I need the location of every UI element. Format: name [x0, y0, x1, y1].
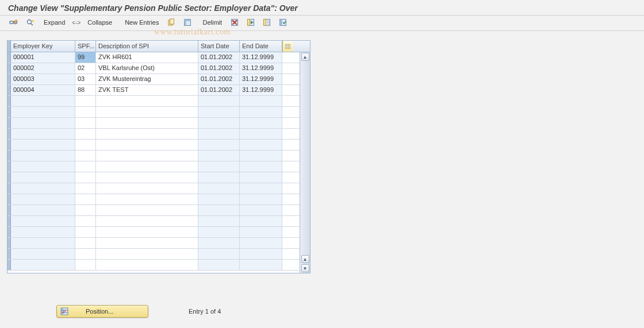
cell-description[interactable]: [96, 183, 198, 194]
cell-end-date[interactable]: [240, 205, 282, 215]
cell-spf[interactable]: [75, 129, 96, 139]
table-row[interactable]: [7, 161, 300, 172]
cell-end-date[interactable]: [240, 172, 282, 183]
cell-start-date[interactable]: [198, 129, 240, 139]
cell-description[interactable]: [96, 238, 198, 248]
cell-description[interactable]: [96, 194, 198, 204]
cell-spf[interactable]: [75, 216, 96, 226]
table-row[interactable]: [7, 129, 300, 140]
table-row[interactable]: [7, 238, 300, 249]
cell-start-date[interactable]: [198, 140, 240, 150]
cell-end-date[interactable]: [240, 161, 282, 172]
delete-button[interactable]: [228, 17, 241, 28]
cell-start-date[interactable]: [198, 216, 240, 226]
cell-employer-key[interactable]: [11, 129, 75, 139]
cell-description[interactable]: [96, 140, 198, 150]
cell-description[interactable]: [96, 96, 198, 106]
table-row[interactable]: [7, 140, 300, 151]
cell-employer-key[interactable]: [11, 194, 75, 204]
table-row[interactable]: [7, 205, 300, 216]
cell-start-date[interactable]: [198, 96, 240, 106]
cell-employer-key[interactable]: [11, 140, 75, 150]
cell-description[interactable]: [96, 227, 198, 237]
cell-spf[interactable]: [75, 183, 96, 194]
cell-spf[interactable]: [75, 227, 96, 237]
cell-spf[interactable]: [75, 260, 96, 270]
column-config-button[interactable]: [276, 17, 290, 28]
table-row[interactable]: [7, 260, 300, 271]
cell-spf[interactable]: [75, 249, 96, 259]
cell-description[interactable]: [96, 216, 198, 226]
cell-description[interactable]: [96, 205, 198, 215]
cell-start-date[interactable]: [198, 249, 240, 259]
cell-spf[interactable]: [75, 172, 96, 183]
cell-end-date[interactable]: [240, 227, 282, 237]
cell-start-date[interactable]: 01.01.2002: [198, 74, 240, 84]
cell-spf[interactable]: 88: [75, 85, 96, 95]
header-employer-key[interactable]: Employer Key: [11, 41, 75, 52]
select-all-button[interactable]: [181, 17, 194, 28]
cell-employer-key[interactable]: [11, 227, 75, 237]
scroll-down-button[interactable]: ▲: [301, 255, 309, 263]
table-settings-button[interactable]: [282, 41, 293, 52]
cell-end-date[interactable]: [240, 129, 282, 139]
cell-start-date[interactable]: [198, 238, 240, 248]
cell-description[interactable]: ZVK HR601: [96, 52, 198, 63]
cell-employer-key[interactable]: [11, 118, 75, 128]
cell-spf[interactable]: 02: [75, 63, 96, 74]
cell-description[interactable]: [96, 172, 198, 183]
cell-start-date[interactable]: 01.01.2002: [198, 85, 240, 95]
cell-start-date[interactable]: [198, 183, 240, 194]
vertical-scrollbar[interactable]: ▲ ▲ ▼: [300, 52, 310, 273]
cell-start-date[interactable]: [198, 194, 240, 204]
cell-end-date[interactable]: 31.12.9999: [240, 63, 282, 74]
cell-spf[interactable]: 03: [75, 74, 96, 84]
cell-employer-key[interactable]: [11, 216, 75, 226]
cell-spf[interactable]: [75, 205, 96, 215]
cell-end-date[interactable]: [240, 96, 282, 106]
table-row[interactable]: [7, 227, 300, 238]
header-spf[interactable]: SPF...: [75, 41, 96, 52]
cell-start-date[interactable]: [198, 260, 240, 270]
cell-employer-key[interactable]: [11, 151, 75, 161]
cell-employer-key[interactable]: 000003: [11, 74, 75, 84]
cell-description[interactable]: [96, 151, 198, 161]
table-row[interactable]: 000002 02 VBL Karlsruhe (Ost) 01.01.2002…: [7, 63, 300, 74]
cell-spf[interactable]: [75, 151, 96, 161]
cell-employer-key[interactable]: [11, 249, 75, 259]
cell-end-date[interactable]: 31.12.9999: [240, 52, 282, 63]
table-row[interactable]: [7, 96, 300, 107]
header-start-date[interactable]: Start Date: [198, 41, 240, 52]
cell-description[interactable]: ZVK TEST: [96, 85, 198, 95]
delimit-button[interactable]: Delimit: [199, 17, 225, 28]
cell-start-date[interactable]: 01.01.2002: [198, 52, 240, 63]
cell-end-date[interactable]: [240, 249, 282, 259]
expand-button[interactable]: Expand: [40, 17, 68, 28]
cell-spf[interactable]: [75, 118, 96, 128]
cell-employer-key[interactable]: [11, 205, 75, 215]
cell-description[interactable]: [96, 260, 198, 270]
cell-start-date[interactable]: [198, 161, 240, 172]
find-button[interactable]: [23, 17, 38, 28]
cell-employer-key[interactable]: [11, 260, 75, 270]
cell-end-date[interactable]: 31.12.9999: [240, 85, 282, 95]
new-entries-button[interactable]: New Entries: [121, 17, 162, 28]
cell-description[interactable]: ZVK Mustereintrag: [96, 74, 198, 84]
cell-start-date[interactable]: [198, 118, 240, 128]
cell-end-date[interactable]: [240, 118, 282, 128]
cell-spf[interactable]: [75, 140, 96, 150]
cell-description[interactable]: [96, 249, 198, 259]
scroll-up-button[interactable]: ▲: [301, 53, 309, 61]
toggle-display-button[interactable]: [6, 17, 21, 28]
cell-employer-key[interactable]: [11, 183, 75, 194]
table-row[interactable]: [7, 107, 300, 118]
cell-end-date[interactable]: [240, 140, 282, 150]
cell-start-date[interactable]: [198, 172, 240, 183]
table-row[interactable]: 000003 03 ZVK Mustereintrag 01.01.2002 3…: [7, 74, 300, 85]
header-description[interactable]: Description of SPI: [96, 41, 198, 52]
table-row[interactable]: [7, 249, 300, 260]
scroll-down-end-button[interactable]: ▼: [301, 264, 309, 272]
table-row[interactable]: [7, 183, 300, 194]
copy-as-button[interactable]: [164, 17, 178, 28]
cell-description[interactable]: [96, 129, 198, 139]
